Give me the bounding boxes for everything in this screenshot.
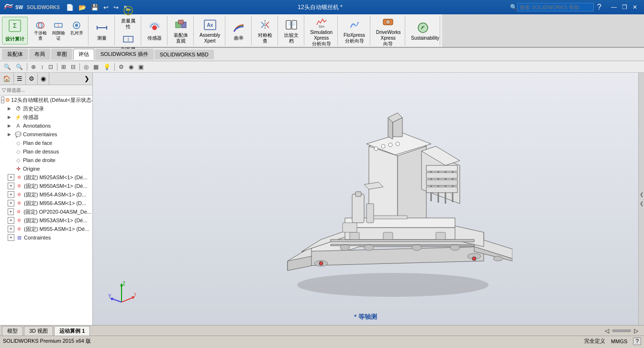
curvature-button[interactable]: 曲率 — [229, 19, 248, 42]
btab-model[interactable]: 模型 — [2, 326, 23, 336]
m950-label: (固定) M950ASM<1> (Dé... — [24, 183, 88, 190]
origine-label: Origine — [23, 166, 40, 172]
tree-item-m925[interactable]: + ⚙ (固定) M925ASM<1> (Dé... — [0, 173, 92, 182]
tab-sw-plugins[interactable]: SOLIDWORKS 插件 — [95, 49, 154, 60]
save-icon[interactable]: 💾 — [89, 3, 100, 11]
undo-icon[interactable]: ↩ — [102, 3, 110, 11]
measure-button[interactable]: 测量 — [92, 19, 111, 42]
tree-item-sensor[interactable]: ▶ ⚡ 传感器 — [0, 113, 92, 121]
zoom-in-btn[interactable]: 🔍 — [2, 63, 13, 71]
right-panel-collapse[interactable]: ❮ ❮ — [638, 73, 644, 325]
restore-button[interactable]: ❐ — [619, 2, 630, 12]
tab-assembly[interactable]: 装配体 — [2, 49, 28, 60]
search-input[interactable] — [517, 3, 594, 11]
assemblyxpert-button[interactable]: Ax AssemblyXpert — [198, 16, 222, 45]
realview-btn[interactable]: ◉ — [127, 63, 135, 71]
compare-icon — [284, 17, 299, 33]
tab-sketch[interactable]: 草图 — [51, 49, 72, 60]
panel-tab-home[interactable]: 🏠 — [0, 73, 14, 85]
svg-text:Ax: Ax — [207, 22, 213, 28]
close-button[interactable]: ✕ — [630, 2, 640, 12]
clearance-verify-button[interactable]: 间隙验证 — [50, 20, 67, 42]
zoom-out-btn[interactable]: 🔍 — [14, 63, 25, 71]
root-collapse[interactable]: − — [1, 97, 4, 103]
filter-label: 筛选器... — [7, 87, 25, 94]
driveworks-button[interactable]: DriveWorksXpress向导 — [374, 13, 402, 48]
shadows-btn[interactable]: ▣ — [136, 63, 145, 71]
tree-item-plan-droite[interactable]: ◇ Plan de droite — [0, 156, 92, 164]
fit-view-btn[interactable]: ⊕ — [29, 63, 38, 71]
tree-item-history[interactable]: ▶ ⏱ 历史记录 — [0, 104, 92, 113]
m925-label: (固定) M925ASM<1> (Dé... — [24, 174, 88, 181]
svg-point-15 — [127, 10, 129, 11]
tab-layout[interactable]: 布局 — [29, 49, 50, 60]
help-dropdown-icon[interactable]: ? — [596, 2, 603, 12]
tree-item-m953[interactable]: + ⚙ (固定) M953ASM<1> (Dé... — [0, 216, 92, 225]
svg-point-62 — [319, 261, 323, 265]
tree-item-m956[interactable]: + ⚙ (固定) M956-ASM<1> (D... — [0, 199, 92, 207]
minimize-button[interactable]: — — [609, 2, 619, 12]
tree-item-annotations[interactable]: ▶ A Annotations — [0, 121, 92, 130]
view-orientation-btn[interactable]: ↕ — [39, 63, 45, 71]
lighting-btn[interactable]: 💡 — [101, 63, 112, 71]
btab-motion[interactable]: 运动算例 1 — [54, 326, 90, 336]
m956-icon: ⚙ — [15, 199, 23, 207]
m925-collapse[interactable]: + — [8, 174, 14, 181]
scroll-right-btn[interactable]: ▷ — [634, 327, 638, 334]
design-calc-button[interactable]: Σ 设计算计 — [2, 17, 28, 44]
open-icon[interactable]: 📂 — [77, 3, 88, 11]
section-view-btn[interactable]: ⊡ — [46, 63, 55, 71]
interference-check-button[interactable]: 干涉检查 — [32, 20, 49, 42]
tree-item-plan-dessus[interactable]: ◇ Plan de dessus — [0, 147, 92, 156]
symmetry-check-button[interactable]: 对称检查 — [255, 16, 275, 45]
hide-show-btn[interactable]: ⊟ — [69, 63, 78, 71]
op2020-collapse[interactable]: + — [8, 208, 14, 215]
ribbon: Σ 设计算计 干涉检查 — [0, 14, 644, 48]
panel-tab-properties[interactable]: ◉ — [38, 73, 49, 85]
contraintes-collapse[interactable]: + — [8, 234, 14, 241]
help-button[interactable]: ? — [633, 337, 641, 345]
panel-tab-tree[interactable]: ☰ — [14, 73, 26, 85]
new-icon[interactable]: 📄 — [65, 3, 75, 11]
assembly-visual-button[interactable]: 装配体直观 — [171, 16, 190, 45]
mass-prop-button[interactable]: 质量属性 — [119, 2, 138, 31]
tree-item-origine[interactable]: ✛ Origine — [0, 164, 92, 173]
tab-evaluate[interactable]: 评估 — [73, 49, 94, 60]
tab-sw-mbd[interactable]: SOLIDWORKS MBD — [155, 50, 214, 59]
m953-collapse[interactable]: + — [8, 217, 14, 224]
hole-align-button[interactable]: 孔对齐 — [68, 20, 85, 42]
symmetry-label: 对称检查 — [258, 33, 272, 44]
m956-collapse[interactable]: + — [8, 200, 14, 207]
sensor-group: 传感器 — [142, 16, 167, 45]
simulationxpress-button[interactable]: Sim SimulationXpress分析向导 — [308, 13, 334, 48]
sensor-tree-icon: ⚡ — [14, 113, 22, 121]
m950-collapse[interactable]: + — [8, 183, 14, 189]
units-display: MMGS — [611, 338, 627, 344]
tree-item-op2020[interactable]: + ⚙ (固定) OP2020-04ASM_De... — [0, 207, 92, 216]
tree-item-contraintes[interactable]: + ⊠ Contraintes — [0, 233, 92, 242]
scroll-left-btn[interactable]: ◁ — [605, 327, 609, 334]
compare-docs-button[interactable]: 比较文档 — [282, 16, 301, 45]
edit-appear-btn[interactable]: ◎ — [82, 63, 90, 71]
tree-item-m954[interactable]: + ⚙ (固定) M954-ASM<1> (D... — [0, 190, 92, 199]
tree-root[interactable]: − ⚙ 12头自动螺丝机 (Défaut<显示状态-1>) — [0, 96, 92, 104]
scene-btn[interactable]: ▦ — [91, 63, 100, 71]
floxpress-button[interactable]: FloXpress分析向导 — [342, 16, 367, 45]
tree-item-m950[interactable]: + ⚙ (固定) M950ASM<1> (Dé... — [0, 182, 92, 190]
svg-rect-22 — [178, 20, 183, 24]
tree-item-commentaires[interactable]: ▶ 💬 Commentaires — [0, 130, 92, 139]
sustainability-button[interactable]: Sustainability — [409, 19, 437, 42]
measure-group: 测量 — [89, 16, 115, 45]
sensor-button[interactable]: 传感器 — [145, 19, 164, 42]
btab-3d-view[interactable]: 3D 视图 — [24, 326, 53, 336]
view-settings-btn[interactable]: ⚙ — [117, 63, 126, 71]
tree-item-plan-face[interactable]: ◇ Plan de face — [0, 139, 92, 147]
display-style-btn[interactable]: ⊞ — [59, 63, 68, 71]
simulation-group: Sim SimulationXpress分析向导 — [305, 16, 338, 45]
panel-collapse-btn[interactable]: ❯ — [81, 73, 92, 85]
m955-collapse[interactable]: + — [8, 226, 14, 232]
m954-collapse[interactable]: + — [8, 191, 14, 198]
panel-tab-settings[interactable]: ⚙ — [26, 73, 38, 85]
tree-item-m955[interactable]: + ⚙ (固定) M955-ASM<1> (Dé... — [0, 225, 92, 233]
viewport[interactable]: Z X Y * 等轴测 — [93, 73, 638, 325]
